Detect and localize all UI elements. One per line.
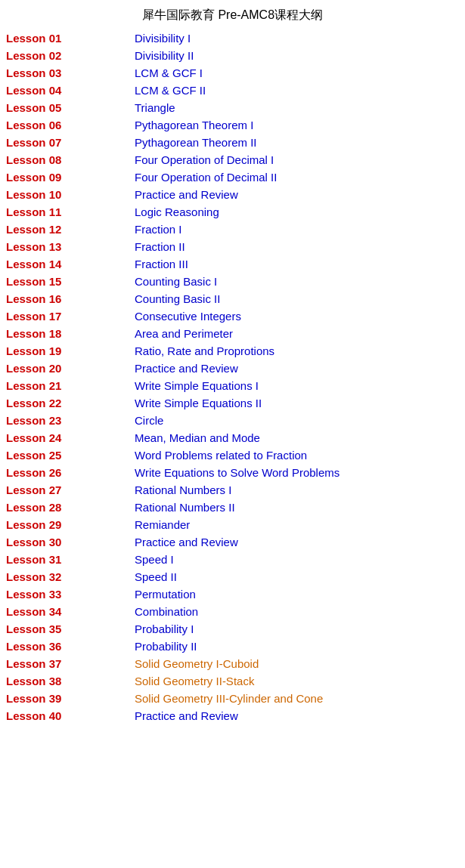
lesson-number: Lesson 19 xyxy=(0,342,129,360)
lesson-topic: Pythagorean Theorem II xyxy=(129,134,465,151)
table-row: Lesson 33Permutation xyxy=(0,585,465,603)
lesson-topic: Practice and Review xyxy=(129,533,465,551)
lesson-number: Lesson 14 xyxy=(0,255,129,273)
lesson-topic: Word Problems related to Fraction xyxy=(129,446,465,464)
lesson-topic: Write Simple Equations I xyxy=(129,377,465,394)
table-row: Lesson 11Logic Reasoning xyxy=(0,203,465,221)
lesson-number: Lesson 07 xyxy=(0,134,129,151)
lesson-topic: LCM & GCF II xyxy=(129,82,465,99)
table-row: Lesson 06Pythagorean Theorem I xyxy=(0,116,465,134)
lesson-number: Lesson 10 xyxy=(0,186,129,203)
table-row: Lesson 27Rational Numbers I xyxy=(0,481,465,499)
table-row: Lesson 35Probability I xyxy=(0,620,465,638)
lesson-number: Lesson 37 xyxy=(0,655,129,672)
lesson-topic: Practice and Review xyxy=(129,707,465,724)
page-title: 犀牛国际教育 Pre-AMC8课程大纲 xyxy=(0,0,465,29)
lesson-number: Lesson 20 xyxy=(0,360,129,377)
table-row: Lesson 09Four Operation of Decimal II xyxy=(0,168,465,186)
lesson-number: Lesson 35 xyxy=(0,620,129,638)
table-row: Lesson 22Write Simple Equations II xyxy=(0,394,465,412)
table-row: Lesson 15Counting Basic I xyxy=(0,273,465,290)
lesson-number: Lesson 23 xyxy=(0,412,129,429)
lesson-topic: Divisibility I xyxy=(129,29,465,47)
lesson-number: Lesson 09 xyxy=(0,168,129,186)
lesson-number: Lesson 18 xyxy=(0,325,129,342)
table-row: Lesson 08Four Operation of Decimal I xyxy=(0,151,465,168)
table-row: Lesson 04LCM & GCF II xyxy=(0,82,465,99)
lesson-number: Lesson 08 xyxy=(0,151,129,168)
lesson-topic: Consecutive Integers xyxy=(129,307,465,325)
lesson-topic: Probability II xyxy=(129,638,465,655)
lesson-topic: Fraction I xyxy=(129,221,465,238)
lesson-topic: Counting Basic II xyxy=(129,290,465,307)
lesson-number: Lesson 05 xyxy=(0,99,129,116)
table-row: Lesson 21Write Simple Equations I xyxy=(0,377,465,394)
lesson-topic: Fraction III xyxy=(129,255,465,273)
table-row: Lesson 24Mean, Median and Mode xyxy=(0,429,465,446)
lesson-topic: Remiander xyxy=(129,516,465,533)
lesson-number: Lesson 34 xyxy=(0,603,129,620)
lesson-topic: Divisibility II xyxy=(129,47,465,64)
table-row: Lesson 01Divisibility I xyxy=(0,29,465,47)
lesson-number: Lesson 17 xyxy=(0,307,129,325)
lesson-number: Lesson 21 xyxy=(0,377,129,394)
table-row: Lesson 37Solid Geometry I-Cuboid xyxy=(0,655,465,672)
table-row: Lesson 34Combination xyxy=(0,603,465,620)
lesson-topic: Speed II xyxy=(129,568,465,585)
lesson-topic: Speed I xyxy=(129,551,465,568)
lesson-number: Lesson 13 xyxy=(0,238,129,255)
lesson-number: Lesson 27 xyxy=(0,481,129,499)
table-row: Lesson 39Solid Geometry III-Cylinder and… xyxy=(0,690,465,707)
lesson-number: Lesson 24 xyxy=(0,429,129,446)
lesson-topic: Solid Geometry II-Stack xyxy=(129,672,465,690)
table-row: Lesson 25Word Problems related to Fracti… xyxy=(0,446,465,464)
lesson-topic: Mean, Median and Mode xyxy=(129,429,465,446)
table-row: Lesson 40Practice and Review xyxy=(0,707,465,724)
lesson-number: Lesson 30 xyxy=(0,533,129,551)
lesson-number: Lesson 26 xyxy=(0,464,129,481)
table-row: Lesson 28Rational Numbers II xyxy=(0,499,465,516)
lesson-topic: Combination xyxy=(129,603,465,620)
lesson-number: Lesson 33 xyxy=(0,585,129,603)
lesson-number: Lesson 29 xyxy=(0,516,129,533)
lesson-topic: Solid Geometry III-Cylinder and Cone xyxy=(129,690,465,707)
lesson-topic: Practice and Review xyxy=(129,186,465,203)
table-row: Lesson 10Practice and Review xyxy=(0,186,465,203)
table-row: Lesson 02Divisibility II xyxy=(0,47,465,64)
lesson-number: Lesson 38 xyxy=(0,672,129,690)
table-row: Lesson 20Practice and Review xyxy=(0,360,465,377)
lesson-topic: Logic Reasoning xyxy=(129,203,465,221)
lesson-topic: Practice and Review xyxy=(129,360,465,377)
lesson-topic: Write Equations to Solve Word Problems xyxy=(129,464,465,481)
table-row: Lesson 29Remiander xyxy=(0,516,465,533)
lesson-topic: Area and Perimeter xyxy=(129,325,465,342)
table-row: Lesson 07Pythagorean Theorem II xyxy=(0,134,465,151)
table-row: Lesson 17Consecutive Integers xyxy=(0,307,465,325)
table-row: Lesson 05Triangle xyxy=(0,99,465,116)
lesson-topic: Circle xyxy=(129,412,465,429)
table-row: Lesson 26Write Equations to Solve Word P… xyxy=(0,464,465,481)
lesson-number: Lesson 39 xyxy=(0,690,129,707)
lesson-topic: Triangle xyxy=(129,99,465,116)
lesson-number: Lesson 01 xyxy=(0,29,129,47)
lesson-number: Lesson 16 xyxy=(0,290,129,307)
lesson-topic: Ratio, Rate and Proprotions xyxy=(129,342,465,360)
lesson-topic: Pythagorean Theorem I xyxy=(129,116,465,134)
lesson-topic: Four Operation of Decimal II xyxy=(129,168,465,186)
table-row: Lesson 30Practice and Review xyxy=(0,533,465,551)
lesson-table: Lesson 01Divisibility ILesson 02Divisibi… xyxy=(0,29,465,724)
lesson-topic: Four Operation of Decimal I xyxy=(129,151,465,168)
table-row: Lesson 19Ratio, Rate and Proprotions xyxy=(0,342,465,360)
lesson-number: Lesson 06 xyxy=(0,116,129,134)
table-row: Lesson 13Fraction II xyxy=(0,238,465,255)
lesson-number: Lesson 40 xyxy=(0,707,129,724)
lesson-topic: Probability I xyxy=(129,620,465,638)
lesson-topic: Rational Numbers I xyxy=(129,481,465,499)
lesson-topic: Fraction II xyxy=(129,238,465,255)
lesson-topic: Rational Numbers II xyxy=(129,499,465,516)
table-row: Lesson 31Speed I xyxy=(0,551,465,568)
lesson-number: Lesson 02 xyxy=(0,47,129,64)
lesson-topic: Counting Basic I xyxy=(129,273,465,290)
table-row: Lesson 23Circle xyxy=(0,412,465,429)
lesson-number: Lesson 25 xyxy=(0,446,129,464)
